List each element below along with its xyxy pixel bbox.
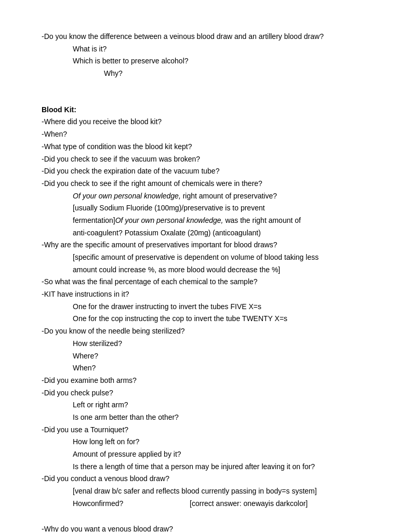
venal-bracket: [venal draw b/c safer and reflects blood… xyxy=(73,486,369,497)
blood-kit-heading-text: Blood Kit: xyxy=(42,105,76,114)
footer-section: -Why do you want a venous blood draw? -W… xyxy=(42,524,369,532)
blood-kit-item-5: -Did you check the expiration date of th… xyxy=(42,166,369,177)
how-confirmed-answer: [correct answer: onewayis darkcolor] xyxy=(190,499,308,508)
blood-kit-item-1: -Where did you receive the blood kit? xyxy=(42,116,369,128)
intro-section: -Do you know the difference between a ve… xyxy=(42,31,369,79)
tourniquet: -Did you use a Tourniquet? xyxy=(42,424,369,436)
left-right: Left or right arm? xyxy=(73,400,369,411)
amount-pressure: Amount of pressure applied by it? xyxy=(73,449,369,460)
final-pct: -So what was the final percentage of eac… xyxy=(42,276,369,288)
where-sterilized: Where? xyxy=(73,351,369,362)
how-sterilized: How sterilized? xyxy=(73,338,369,350)
one-arm-better: Is one arm better than the other? xyxy=(73,412,369,423)
venous-draw: -Did you conduct a venous blood draw? xyxy=(42,473,369,485)
one-cop: One for the cop instructing the cop to i… xyxy=(73,313,369,325)
blood-kit-item-4: -Did you check to see if the vacuum was … xyxy=(42,154,369,165)
length-time: Is there a length of time that a person … xyxy=(73,461,369,473)
how-confirmed-label: Howconfirmed? xyxy=(73,499,123,508)
page-container: -Do you know the difference between a ve… xyxy=(0,0,411,532)
preservative-bracket-1: [specific amount of preservative is depe… xyxy=(73,252,369,263)
kit-instructions: -KIT have instructions in it? xyxy=(42,289,369,300)
intro-line1: -Do you know the difference between a ve… xyxy=(42,31,369,43)
anti-coag-line: anti-coagulent? Potassium Oxalate (20mg)… xyxy=(73,228,369,239)
intro-line4: Why? xyxy=(104,68,369,79)
preservative-q: -Why are the specific amount of preserva… xyxy=(42,240,369,251)
personal-knowledge-1: Of your own personal knowledge, right am… xyxy=(73,191,369,202)
needle-sterilized: -Do you know of the needle being sterili… xyxy=(42,326,369,337)
how-confirmed-line: Howconfirmed? [correct answer: onewayis … xyxy=(73,498,369,510)
blood-kit-section: Blood Kit: -Where did you receive the bl… xyxy=(42,104,369,510)
blood-kit-item-6: -Did you check to see if the right amoun… xyxy=(42,178,369,190)
bracket-line-1: [usually Sodium Fluoride (100mg)/preserv… xyxy=(73,203,369,214)
both-arms: -Did you examine both arms? xyxy=(42,375,369,387)
preservative-bracket-2: amount could increase %, as more blood w… xyxy=(73,264,369,276)
blood-kit-item-2: -When? xyxy=(42,129,369,140)
bracket-line-2: fermentation]Of your own personal knowle… xyxy=(73,215,369,227)
footer-line1: -Why do you want a venous blood draw? xyxy=(42,524,369,532)
one-drawer: One for the drawer instructing to invert… xyxy=(73,301,369,313)
blood-kit-heading: Blood Kit: xyxy=(42,104,369,116)
intro-line3: Which is better to preserve alcohol? xyxy=(73,56,369,67)
how-long: How long left on for? xyxy=(73,436,369,448)
check-pulse: -Did you check pulse? xyxy=(42,388,369,399)
when-sterilized: When? xyxy=(73,363,369,374)
intro-line2: What is it? xyxy=(73,44,369,55)
blood-kit-item-3: -What type of condition was the blood ki… xyxy=(42,141,369,153)
